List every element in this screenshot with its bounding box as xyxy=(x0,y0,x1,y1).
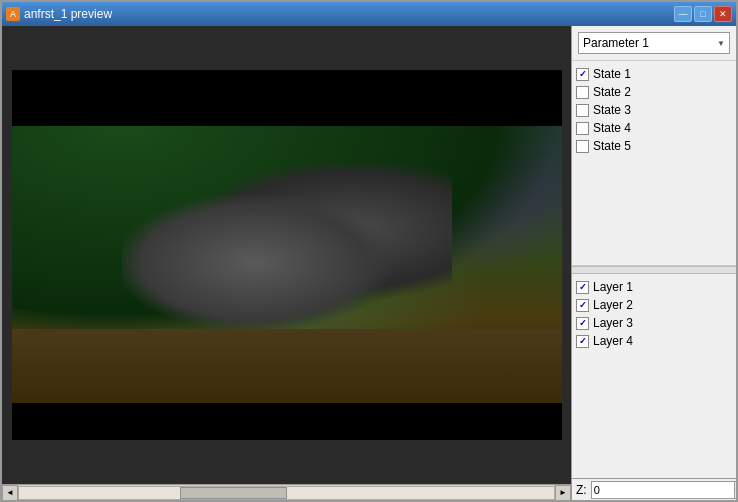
layer3-checkbox[interactable] xyxy=(576,317,589,330)
layer2-checkbox[interactable] xyxy=(576,299,589,312)
scroll-left-button[interactable]: ◄ xyxy=(2,485,18,501)
state5-checkbox[interactable] xyxy=(576,140,589,153)
layer1-label: Layer 1 xyxy=(593,280,633,294)
layer3-label: Layer 3 xyxy=(593,316,633,330)
right-panel: Parameter 1 ▼ State 1 State 2 State 3 xyxy=(571,26,736,500)
state1-label: State 1 xyxy=(593,67,631,81)
maximize-button[interactable]: □ xyxy=(694,6,712,22)
z-label: Z: xyxy=(576,483,587,497)
layer3-item[interactable]: Layer 3 xyxy=(576,314,732,332)
layer4-item[interactable]: Layer 4 xyxy=(576,332,732,350)
scene-ground xyxy=(12,329,562,403)
chevron-down-icon: ▼ xyxy=(717,39,725,48)
state2-item[interactable]: State 2 xyxy=(576,83,732,101)
scroll-thumb[interactable] xyxy=(180,487,287,499)
minimize-button[interactable]: — xyxy=(674,6,692,22)
main-window: A anfrst_1 preview — □ ✕ xyxy=(0,0,738,502)
dropdown-container: Parameter 1 ▼ xyxy=(572,26,736,61)
state4-item[interactable]: State 4 xyxy=(576,119,732,137)
state5-item[interactable]: State 5 xyxy=(576,137,732,155)
layer2-label: Layer 2 xyxy=(593,298,633,312)
state2-label: State 2 xyxy=(593,85,631,99)
z-input[interactable] xyxy=(591,481,735,499)
app-icon: A xyxy=(6,7,20,21)
scene xyxy=(12,70,562,440)
layer1-checkbox[interactable] xyxy=(576,281,589,294)
canvas-image xyxy=(12,70,562,440)
canvas-container[interactable] xyxy=(2,26,571,484)
layer4-label: Layer 4 xyxy=(593,334,633,348)
layer1-item[interactable]: Layer 1 xyxy=(576,278,732,296)
state3-checkbox[interactable] xyxy=(576,104,589,117)
close-button[interactable]: ✕ xyxy=(714,6,732,22)
z-spin-down-button[interactable]: ▼ xyxy=(735,490,736,498)
layer4-checkbox[interactable] xyxy=(576,335,589,348)
layer2-item[interactable]: Layer 2 xyxy=(576,296,732,314)
scene-rocks xyxy=(122,163,452,330)
scroll-right-button[interactable]: ► xyxy=(555,485,571,501)
titlebar: A anfrst_1 preview — □ ✕ xyxy=(2,2,736,26)
scroll-track[interactable] xyxy=(18,486,555,500)
state1-checkbox[interactable] xyxy=(576,68,589,81)
z-spin-up-button[interactable]: ▲ xyxy=(735,482,736,491)
layers-section: Layer 1 Layer 2 Layer 3 Layer 4 xyxy=(572,274,736,478)
scene-black-bottom xyxy=(12,403,562,440)
scene-black-top xyxy=(12,70,562,126)
state3-label: State 3 xyxy=(593,103,631,117)
titlebar-controls: — □ ✕ xyxy=(674,6,732,22)
state4-label: State 4 xyxy=(593,121,631,135)
panel-separator xyxy=(572,266,736,274)
state4-checkbox[interactable] xyxy=(576,122,589,135)
horizontal-scrollbar: ◄ ► xyxy=(2,484,571,500)
state3-item[interactable]: State 3 xyxy=(576,101,732,119)
preview-area: ◄ ► xyxy=(2,26,571,500)
states-section: State 1 State 2 State 3 State 4 State 5 xyxy=(572,61,736,266)
window-title: anfrst_1 preview xyxy=(24,7,112,21)
titlebar-left: A anfrst_1 preview xyxy=(6,7,112,21)
dropdown-value: Parameter 1 xyxy=(583,36,649,50)
state1-item[interactable]: State 1 xyxy=(576,65,732,83)
state2-checkbox[interactable] xyxy=(576,86,589,99)
z-spinner: ▲ ▼ xyxy=(735,481,736,499)
z-field-container: Z: ▲ ▼ xyxy=(572,478,736,500)
content-area: ◄ ► Parameter 1 ▼ State 1 xyxy=(2,26,736,500)
state5-label: State 5 xyxy=(593,139,631,153)
parameter-dropdown[interactable]: Parameter 1 ▼ xyxy=(578,32,730,54)
